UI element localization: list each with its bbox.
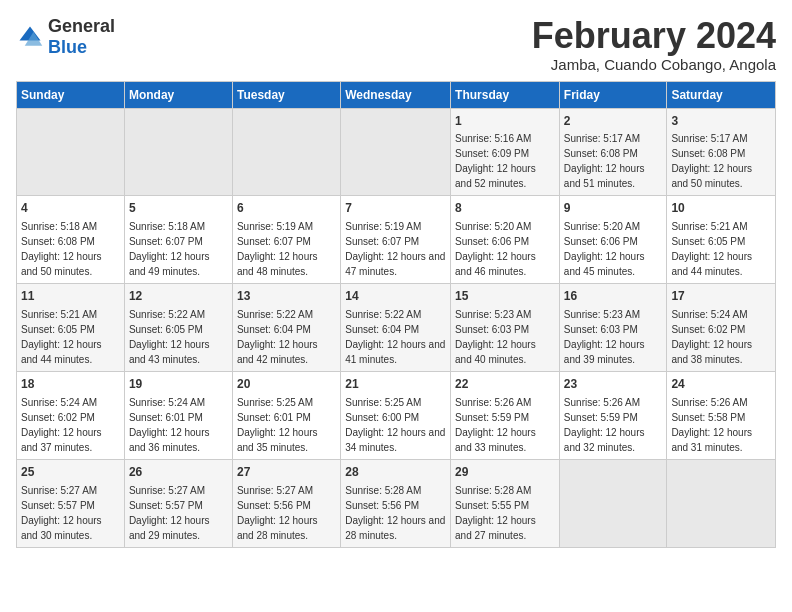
header-day-sunday: Sunday [17,81,125,108]
day-info: Sunrise: 5:26 AM Sunset: 5:59 PM Dayligh… [564,397,645,453]
calendar-cell [124,108,232,196]
calendar-cell: 8Sunrise: 5:20 AM Sunset: 6:06 PM Daylig… [451,196,560,284]
day-number: 21 [345,376,446,393]
day-number: 27 [237,464,336,481]
day-info: Sunrise: 5:28 AM Sunset: 5:55 PM Dayligh… [455,485,536,541]
calendar-cell: 17Sunrise: 5:24 AM Sunset: 6:02 PM Dayli… [667,284,776,372]
calendar-cell: 22Sunrise: 5:26 AM Sunset: 5:59 PM Dayli… [451,371,560,459]
day-number: 10 [671,200,771,217]
day-info: Sunrise: 5:22 AM Sunset: 6:04 PM Dayligh… [345,309,445,365]
calendar-cell: 27Sunrise: 5:27 AM Sunset: 5:56 PM Dayli… [232,459,340,547]
day-info: Sunrise: 5:25 AM Sunset: 6:01 PM Dayligh… [237,397,318,453]
calendar-cell: 2Sunrise: 5:17 AM Sunset: 6:08 PM Daylig… [559,108,667,196]
header-row: SundayMondayTuesdayWednesdayThursdayFrid… [17,81,776,108]
day-number: 22 [455,376,555,393]
day-number: 23 [564,376,663,393]
day-number: 26 [129,464,228,481]
calendar-cell: 12Sunrise: 5:22 AM Sunset: 6:05 PM Dayli… [124,284,232,372]
day-info: Sunrise: 5:28 AM Sunset: 5:56 PM Dayligh… [345,485,445,541]
day-number: 7 [345,200,446,217]
day-info: Sunrise: 5:26 AM Sunset: 5:59 PM Dayligh… [455,397,536,453]
header-day-thursday: Thursday [451,81,560,108]
calendar-cell: 11Sunrise: 5:21 AM Sunset: 6:05 PM Dayli… [17,284,125,372]
calendar-cell: 7Sunrise: 5:19 AM Sunset: 6:07 PM Daylig… [341,196,451,284]
day-info: Sunrise: 5:16 AM Sunset: 6:09 PM Dayligh… [455,133,536,189]
day-number: 19 [129,376,228,393]
day-number: 2 [564,113,663,130]
day-number: 13 [237,288,336,305]
header-day-wednesday: Wednesday [341,81,451,108]
calendar-cell: 4Sunrise: 5:18 AM Sunset: 6:08 PM Daylig… [17,196,125,284]
calendar-header: SundayMondayTuesdayWednesdayThursdayFrid… [17,81,776,108]
calendar-cell: 28Sunrise: 5:28 AM Sunset: 5:56 PM Dayli… [341,459,451,547]
day-number: 8 [455,200,555,217]
day-info: Sunrise: 5:23 AM Sunset: 6:03 PM Dayligh… [455,309,536,365]
day-number: 18 [21,376,120,393]
calendar-cell: 25Sunrise: 5:27 AM Sunset: 5:57 PM Dayli… [17,459,125,547]
day-info: Sunrise: 5:22 AM Sunset: 6:05 PM Dayligh… [129,309,210,365]
day-number: 28 [345,464,446,481]
day-number: 5 [129,200,228,217]
day-number: 20 [237,376,336,393]
day-info: Sunrise: 5:25 AM Sunset: 6:00 PM Dayligh… [345,397,445,453]
day-number: 14 [345,288,446,305]
calendar-cell: 13Sunrise: 5:22 AM Sunset: 6:04 PM Dayli… [232,284,340,372]
day-number: 25 [21,464,120,481]
calendar-cell: 29Sunrise: 5:28 AM Sunset: 5:55 PM Dayli… [451,459,560,547]
day-info: Sunrise: 5:24 AM Sunset: 6:02 PM Dayligh… [21,397,102,453]
calendar-cell: 24Sunrise: 5:26 AM Sunset: 5:58 PM Dayli… [667,371,776,459]
page-title: February 2024 [532,16,776,56]
logo-icon [16,23,44,51]
calendar-table: SundayMondayTuesdayWednesdayThursdayFrid… [16,81,776,548]
day-number: 6 [237,200,336,217]
day-number: 24 [671,376,771,393]
day-info: Sunrise: 5:24 AM Sunset: 6:02 PM Dayligh… [671,309,752,365]
header-day-tuesday: Tuesday [232,81,340,108]
calendar-week-row: 1Sunrise: 5:16 AM Sunset: 6:09 PM Daylig… [17,108,776,196]
calendar-cell: 6Sunrise: 5:19 AM Sunset: 6:07 PM Daylig… [232,196,340,284]
day-number: 9 [564,200,663,217]
calendar-cell: 21Sunrise: 5:25 AM Sunset: 6:00 PM Dayli… [341,371,451,459]
calendar-week-row: 11Sunrise: 5:21 AM Sunset: 6:05 PM Dayli… [17,284,776,372]
day-info: Sunrise: 5:24 AM Sunset: 6:01 PM Dayligh… [129,397,210,453]
calendar-cell: 19Sunrise: 5:24 AM Sunset: 6:01 PM Dayli… [124,371,232,459]
calendar-body: 1Sunrise: 5:16 AM Sunset: 6:09 PM Daylig… [17,108,776,547]
calendar-cell [17,108,125,196]
calendar-week-row: 4Sunrise: 5:18 AM Sunset: 6:08 PM Daylig… [17,196,776,284]
calendar-cell [667,459,776,547]
day-info: Sunrise: 5:17 AM Sunset: 6:08 PM Dayligh… [671,133,752,189]
calendar-cell: 26Sunrise: 5:27 AM Sunset: 5:57 PM Dayli… [124,459,232,547]
day-number: 3 [671,113,771,130]
header-day-monday: Monday [124,81,232,108]
calendar-cell: 23Sunrise: 5:26 AM Sunset: 5:59 PM Dayli… [559,371,667,459]
calendar-cell [341,108,451,196]
day-info: Sunrise: 5:27 AM Sunset: 5:56 PM Dayligh… [237,485,318,541]
day-number: 12 [129,288,228,305]
logo-wordmark: General Blue [48,16,115,58]
day-number: 11 [21,288,120,305]
day-info: Sunrise: 5:19 AM Sunset: 6:07 PM Dayligh… [345,221,445,277]
day-info: Sunrise: 5:19 AM Sunset: 6:07 PM Dayligh… [237,221,318,277]
logo-blue: Blue [48,37,87,57]
calendar-cell: 18Sunrise: 5:24 AM Sunset: 6:02 PM Dayli… [17,371,125,459]
calendar-cell: 10Sunrise: 5:21 AM Sunset: 6:05 PM Dayli… [667,196,776,284]
calendar-cell: 9Sunrise: 5:20 AM Sunset: 6:06 PM Daylig… [559,196,667,284]
day-info: Sunrise: 5:20 AM Sunset: 6:06 PM Dayligh… [455,221,536,277]
calendar-cell [559,459,667,547]
day-info: Sunrise: 5:27 AM Sunset: 5:57 PM Dayligh… [129,485,210,541]
day-info: Sunrise: 5:17 AM Sunset: 6:08 PM Dayligh… [564,133,645,189]
page-subtitle: Jamba, Cuando Cobango, Angola [532,56,776,73]
calendar-week-row: 18Sunrise: 5:24 AM Sunset: 6:02 PM Dayli… [17,371,776,459]
calendar-week-row: 25Sunrise: 5:27 AM Sunset: 5:57 PM Dayli… [17,459,776,547]
day-info: Sunrise: 5:22 AM Sunset: 6:04 PM Dayligh… [237,309,318,365]
calendar-cell [232,108,340,196]
day-number: 16 [564,288,663,305]
day-info: Sunrise: 5:18 AM Sunset: 6:07 PM Dayligh… [129,221,210,277]
day-info: Sunrise: 5:21 AM Sunset: 6:05 PM Dayligh… [671,221,752,277]
calendar-cell: 14Sunrise: 5:22 AM Sunset: 6:04 PM Dayli… [341,284,451,372]
calendar-cell: 20Sunrise: 5:25 AM Sunset: 6:01 PM Dayli… [232,371,340,459]
logo-general: General [48,16,115,36]
calendar-cell: 1Sunrise: 5:16 AM Sunset: 6:09 PM Daylig… [451,108,560,196]
day-info: Sunrise: 5:23 AM Sunset: 6:03 PM Dayligh… [564,309,645,365]
day-info: Sunrise: 5:21 AM Sunset: 6:05 PM Dayligh… [21,309,102,365]
